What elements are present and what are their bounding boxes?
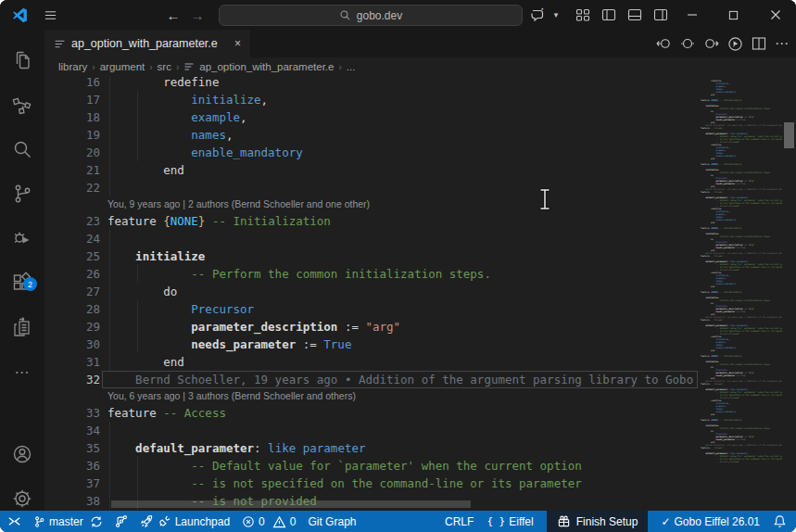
line-number: 19 [44, 126, 100, 144]
extensions-icon[interactable]: 2 [0, 264, 44, 301]
code-line-30[interactable]: 30 needs_parameter := True [44, 336, 796, 353]
line-number: 21 [44, 161, 100, 179]
title-bar: ← → gobo.dev ▾ [0, 0, 796, 30]
breadcrumb-library[interactable]: library [58, 61, 87, 72]
minimap[interactable]: redefine initialize, example, names, ena… [701, 76, 782, 511]
line-number: 20 [44, 144, 100, 161]
breadcrumb-argument[interactable]: argument [100, 61, 145, 72]
search-sidebar-icon[interactable] [0, 131, 44, 168]
sync-icon [90, 515, 103, 528]
git-branch-icon [33, 515, 45, 528]
window-close-button[interactable] [754, 0, 796, 30]
vertical-scrollbar[interactable] [782, 76, 796, 511]
code-line-20[interactable]: 20 enable_mandatory [44, 144, 796, 161]
nav-forward-arrow[interactable]: → [185, 0, 209, 30]
breadcrumb-symbol[interactable]: ... [347, 61, 356, 72]
problems-status-item[interactable]: 0 0 [242, 515, 296, 528]
references-tool-icon[interactable] [0, 309, 44, 346]
window-minimize-button[interactable] [671, 0, 713, 30]
language-mode-item[interactable]: { } Eiffel [486, 515, 533, 528]
run-debug-icon[interactable] [0, 220, 44, 257]
breadcrumb: library › argument › src › ap_option_wit… [44, 57, 796, 76]
code-line-21[interactable]: 21 end [44, 161, 796, 179]
line-number: 26 [44, 265, 100, 283]
code-line-22[interactable]: 22 [44, 179, 796, 196]
code-line-17[interactable]: 17 initialize, [44, 91, 796, 108]
split-editor-icon[interactable] [752, 36, 766, 51]
code-line-27[interactable]: 27 do [44, 283, 796, 300]
git-graph-status-item[interactable]: Git Graph [308, 515, 356, 528]
codelens-blame-row[interactable]: You, 9 years ago | 2 authors (Bernd Scho… [44, 196, 796, 212]
code-line-26[interactable]: 26 -- Perform the common initialization … [44, 265, 796, 283]
line-number: 36 [44, 457, 100, 475]
copilot-icon[interactable] [525, 0, 550, 30]
toggle-panel-icon[interactable] [622, 0, 647, 30]
plug-icon [158, 514, 171, 528]
codelens-blame-row[interactable]: You, 6 years ago | 3 authors (Bernd Scho… [44, 388, 796, 404]
navigate-forward-icon[interactable] [703, 36, 719, 51]
tab-ap-option-with-parameter[interactable]: ap_option_with_parameter.e × [44, 30, 250, 57]
hierarchy-tool-icon[interactable] [0, 86, 44, 123]
line-number: 22 [44, 179, 100, 196]
gobo-label: Gobo Eiffel 26.01 [674, 515, 760, 528]
code-line-23[interactable]: 23feature {NONE} -- Initialization [44, 212, 796, 230]
chevron-right-icon: › [176, 62, 179, 72]
code-line-35[interactable]: 35 default_parameter: like parameter [44, 439, 796, 457]
rocket-icon [140, 514, 154, 528]
code-lines: 16 redefine17 initialize,18 example,19 n… [44, 76, 796, 510]
vscode-window: ← → gobo.dev ▾ [0, 0, 796, 532]
navigate-current-icon[interactable] [680, 36, 695, 51]
finish-setup-item[interactable]: Finish Setup [547, 511, 649, 532]
code-line-18[interactable]: 18 example, [44, 108, 796, 126]
code-line-34[interactable]: 34 [44, 422, 796, 439]
toggle-secondary-sidebar-icon[interactable] [648, 0, 673, 30]
more-views-icon[interactable]: ⋯ [0, 353, 44, 390]
check-icon: ✓ [661, 515, 670, 528]
gobo-eiffel-item[interactable]: ✓ Gobo Eiffel 26.01 [661, 515, 760, 528]
copilot-chevron-down-icon[interactable]: ▾ [549, 0, 563, 30]
code-line-37[interactable]: 37 -- is not specified on the command-li… [44, 475, 796, 492]
code-line-33[interactable]: 33feature -- Access [44, 404, 796, 422]
eol-indicator[interactable]: CRLF [445, 515, 474, 528]
code-line-19[interactable]: 19 names, [44, 126, 796, 144]
nav-back-arrow[interactable]: ← [161, 0, 185, 30]
editor-tab-bar: ap_option_with_parameter.e × ⋯ [44, 30, 796, 57]
horizontal-scrollbar-thumb[interactable] [111, 500, 471, 508]
explorer-icon[interactable] [0, 42, 44, 79]
customize-layout-icon[interactable] [570, 0, 595, 30]
account-icon[interactable] [0, 436, 44, 473]
code-line-31[interactable]: 31 end [44, 353, 796, 371]
line-number: 24 [44, 230, 100, 247]
branch-status-item[interactable]: master [33, 515, 103, 528]
window-maximize-button[interactable] [713, 0, 754, 30]
notifications-bell-icon[interactable] [773, 514, 787, 528]
breadcrumb-file[interactable]: ap_option_with_parameter.e [199, 61, 334, 72]
toggle-primary-sidebar-icon[interactable] [596, 0, 621, 30]
git-graph-status-icon[interactable] [115, 514, 128, 528]
code-line-29[interactable]: 29 parameter_description := "arg" [44, 318, 796, 336]
code-line-36[interactable]: 36 -- Default value for `parameter' when… [44, 457, 796, 475]
code-line-32[interactable]: 32 Bernd Schoeller, 19 years ago • Addit… [44, 371, 796, 388]
menu-hamburger-icon[interactable] [37, 0, 63, 30]
code-editor[interactable]: 16 redefine17 initialize,18 example,19 n… [44, 76, 796, 511]
more-actions-icon[interactable]: ⋯ [775, 35, 789, 52]
line-number: 18 [44, 108, 100, 126]
navigate-back-icon[interactable] [656, 36, 672, 51]
code-line-24[interactable]: 24 [44, 230, 796, 247]
code-line-28[interactable]: 28 Precursor [44, 300, 796, 318]
line-number: 25 [44, 247, 100, 265]
line-number: 16 [44, 76, 100, 91]
run-file-icon[interactable] [727, 36, 743, 52]
source-control-icon[interactable] [0, 175, 44, 212]
finish-setup-label: Finish Setup [576, 515, 638, 528]
remote-indicator-icon[interactable] [7, 515, 21, 527]
breadcrumb-src[interactable]: src [158, 61, 171, 72]
activity-bar: 2 ⋯ [0, 30, 45, 511]
command-center-search[interactable]: gobo.dev [219, 5, 523, 26]
line-number: 29 [44, 318, 100, 336]
launchpad-status-item[interactable]: Launchpad [140, 514, 230, 528]
code-line-16[interactable]: 16 redefine [44, 76, 796, 91]
tab-close-icon[interactable]: × [234, 37, 241, 50]
code-line-25[interactable]: 25 initialize [44, 247, 796, 265]
vertical-scrollbar-thumb[interactable] [784, 122, 794, 148]
